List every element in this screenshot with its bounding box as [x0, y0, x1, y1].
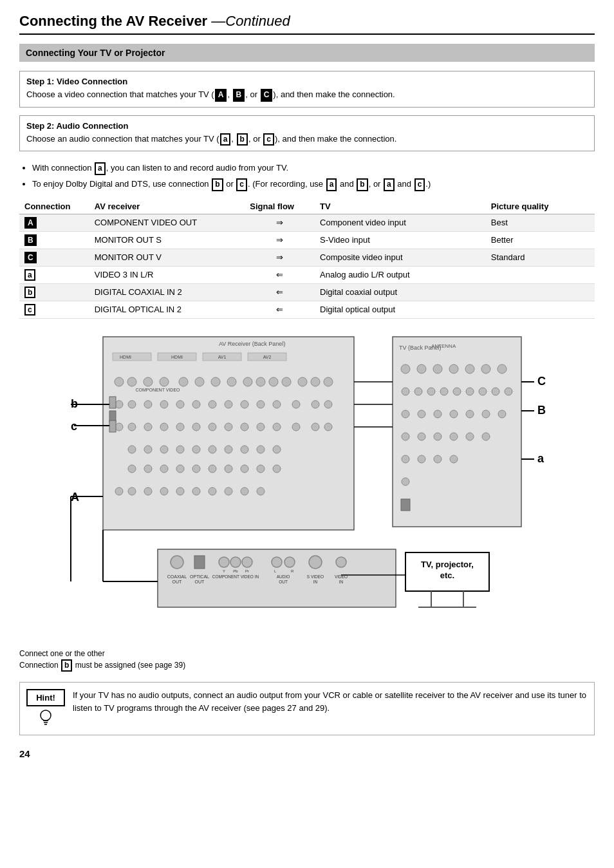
svg-text:etc.: etc. [440, 571, 454, 580]
svg-point-98 [414, 388, 422, 395]
svg-point-38 [312, 401, 319, 408]
table-row: B MONITOR OUT S ⇒ S-Video input Better [19, 231, 595, 249]
svg-point-10 [115, 377, 124, 386]
svg-point-78 [128, 487, 136, 495]
svg-text:Pb: Pb [233, 569, 238, 573]
svg-point-64 [241, 446, 248, 453]
th-tv: TV [315, 199, 486, 214]
svg-point-46 [176, 423, 184, 431]
svg-text:HDMI: HDMI [171, 355, 183, 359]
svg-point-77 [115, 487, 123, 495]
svg-point-95 [481, 364, 490, 373]
table-row: c DIGITAL OPTICAL IN 2 ⇐ Digital optical… [19, 301, 595, 318]
svg-text:COAXIAL: COAXIAL [167, 574, 187, 579]
svg-point-53 [292, 423, 300, 431]
svg-rect-124 [401, 499, 410, 511]
svg-point-32 [209, 401, 216, 408]
svg-point-54 [312, 423, 319, 431]
step2-heading: Step 2: Audio Connection [26, 121, 588, 131]
svg-point-69 [160, 465, 168, 473]
cell-pq [486, 266, 595, 283]
svg-point-109 [450, 410, 458, 418]
svg-point-59 [160, 446, 168, 453]
svg-point-107 [418, 410, 425, 418]
svg-point-21 [282, 377, 291, 386]
svg-point-108 [434, 410, 442, 418]
svg-text:AUDIO: AUDIO [277, 574, 290, 579]
badge-a-b1: a [95, 162, 106, 175]
svg-point-47 [192, 423, 200, 431]
svg-point-136 [171, 556, 183, 569]
title-text: Connecting the AV Receiver [19, 13, 207, 29]
svg-point-68 [144, 465, 152, 473]
step2-box: Step 2: Audio Connection Choose an audio… [19, 115, 595, 152]
hint-text: If your TV has no audio outputs, connect… [73, 689, 588, 714]
svg-text:OUT: OUT [279, 580, 288, 584]
svg-point-63 [225, 446, 232, 453]
badge-b-note: b [61, 659, 72, 672]
svg-point-83 [209, 487, 216, 495]
cell-conn: a [19, 266, 89, 283]
svg-point-22 [298, 377, 307, 386]
svg-point-52 [273, 423, 281, 431]
badge-a-b2c: a [384, 178, 395, 191]
svg-point-20 [269, 377, 278, 386]
svg-point-106 [402, 410, 409, 418]
svg-point-116 [450, 433, 458, 440]
svg-point-143 [230, 557, 241, 567]
bullet-list: With connection a, you can listen to and… [32, 162, 595, 191]
svg-text:HDMI: HDMI [120, 355, 131, 359]
svg-point-94 [465, 364, 474, 373]
svg-point-28 [144, 401, 152, 408]
svg-point-85 [241, 487, 248, 495]
cell-pq: Standard [486, 249, 595, 266]
diagram-svg: AV Receiver (Back Panel) HDMI HDMI AV1 A… [19, 330, 595, 639]
th-picture-quality: Picture quality [486, 199, 595, 214]
badge-a-step2: a [220, 133, 231, 146]
cell-conn: B [19, 231, 89, 249]
svg-point-100 [440, 388, 448, 395]
svg-point-96 [498, 364, 507, 373]
bullet-1: With connection a, you can listen to and… [32, 162, 595, 175]
svg-point-33 [225, 401, 232, 408]
svg-point-150 [284, 557, 295, 567]
svg-point-117 [466, 433, 474, 440]
svg-point-97 [402, 388, 409, 395]
svg-point-24 [324, 377, 333, 386]
svg-rect-139 [194, 556, 205, 569]
svg-point-58 [144, 446, 152, 453]
svg-point-50 [241, 423, 248, 431]
svg-rect-2 [113, 353, 151, 361]
badge-c-step2: c [263, 133, 274, 146]
th-av-receiver: AV receiver [89, 199, 245, 214]
diag-label-a: a [537, 452, 544, 465]
svg-rect-56 [109, 420, 116, 432]
cell-conn: A [19, 214, 89, 231]
badge-b-b2: b [212, 178, 223, 191]
svg-point-120 [418, 455, 425, 463]
section-title: Connecting Your TV or Projector [26, 48, 165, 58]
svg-point-26 [115, 401, 123, 408]
svg-text:IN: IN [339, 580, 344, 584]
connect-note: Connect one or the other Connection b mu… [19, 648, 595, 672]
svg-text:AV1: AV1 [218, 355, 227, 359]
svg-point-76 [273, 465, 281, 473]
svg-point-115 [434, 433, 442, 440]
table-row: A COMPONENT VIDEO OUT ⇒ Component video … [19, 214, 595, 231]
svg-text:IN: IN [313, 580, 318, 584]
svg-point-122 [450, 455, 458, 463]
cell-tv: Composite video input [315, 249, 486, 266]
section-header: Connecting Your TV or Projector [19, 44, 595, 62]
svg-text:TV, projector,: TV, projector, [421, 560, 474, 569]
cell-tv: S-Video input [315, 231, 486, 249]
svg-point-79 [144, 487, 152, 495]
svg-text:Pr: Pr [245, 569, 249, 573]
svg-point-49 [225, 423, 232, 431]
svg-point-103 [479, 388, 487, 395]
diag-label-C: C [537, 375, 546, 388]
cell-conn: b [19, 283, 89, 301]
cell-tv: Digital coaxial output [315, 283, 486, 301]
svg-point-62 [209, 446, 216, 453]
svg-point-37 [292, 401, 300, 408]
svg-point-111 [482, 410, 490, 418]
